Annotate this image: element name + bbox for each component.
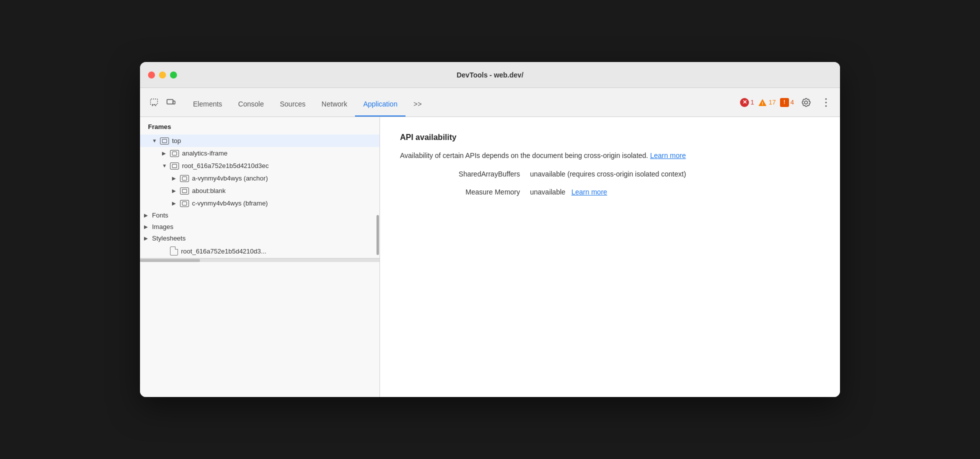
sidebar-item-analytics-iframe[interactable]: ▶ analytics-iframe — [140, 147, 380, 160]
api-description: Availability of certain APIs depends on … — [400, 150, 820, 162]
sidebar-item-stylesheets[interactable]: ▶ Stylesheets — [140, 232, 380, 244]
tab-sources[interactable]: Sources — [272, 92, 314, 116]
sidebar-item-a-anchor[interactable]: ▶ a-vynmy4vb4wys (anchor) — [140, 172, 380, 184]
scrollbar-thumb — [140, 259, 200, 262]
devtools-window: DevTools - web.dev/ Elements — [140, 62, 840, 397]
measure-memory-value: unavailable Learn more — [530, 188, 607, 196]
close-button[interactable] — [148, 72, 155, 78]
frame-icon — [170, 150, 179, 157]
api-section-title: API availability — [400, 133, 820, 142]
toolbar-icons — [146, 94, 179, 110]
sidebar-item-fonts[interactable]: ▶ Fonts — [140, 210, 380, 221]
tab-network[interactable]: Network — [314, 92, 355, 116]
arrow-collapsed-icon: ▶ — [172, 200, 180, 206]
frame-icon — [180, 188, 189, 194]
scrollbar-thumb — [376, 215, 379, 255]
toolbar-right: ✕ 1 ! 17 ! 4 — [740, 94, 834, 110]
main-content: Frames ▼ top ▶ analytics-iframe ▼ root_6… — [140, 117, 840, 397]
frames-header: Frames — [140, 117, 380, 134]
sidebar-item-about-blank[interactable]: ▶ about:blank — [140, 184, 380, 197]
maximize-button[interactable] — [170, 72, 177, 78]
measure-memory-label: Measure Memory — [400, 188, 530, 196]
svg-point-7 — [826, 105, 827, 106]
sidebar-item-c-bframe[interactable]: ▶ c-vynmy4vb4wys (bframe) — [140, 197, 380, 210]
frame-icon — [160, 138, 169, 144]
error-badge[interactable]: ✕ 1 — [740, 98, 754, 107]
svg-rect-2 — [173, 101, 175, 104]
svg-rect-1 — [167, 100, 173, 104]
tab-bar: Elements Console Sources Network Applica… — [185, 88, 738, 116]
horizontal-scrollbar[interactable] — [140, 258, 380, 262]
shared-array-buffers-row: SharedArrayBuffers unavailable (requires… — [400, 170, 820, 178]
tab-application[interactable]: Application — [355, 92, 406, 116]
arrow-collapsed-icon: ▶ — [172, 188, 180, 194]
window-controls — [148, 72, 177, 78]
toolbar: Elements Console Sources Network Applica… — [140, 88, 840, 117]
measure-memory-row: Measure Memory unavailable Learn more — [400, 188, 820, 196]
more-options-icon[interactable] — [818, 94, 834, 110]
arrow-collapsed-icon: ▶ — [172, 176, 180, 181]
measure-memory-learn-more-link[interactable]: Learn more — [572, 188, 608, 196]
sidebar-item-top[interactable]: ▼ top — [140, 134, 380, 147]
frame-icon — [170, 162, 179, 170]
info-icon: ! — [780, 98, 789, 107]
responsive-icon[interactable] — [163, 94, 179, 110]
inspect-icon[interactable] — [146, 94, 162, 110]
api-availability-section: API availability Availability of certain… — [400, 133, 820, 218]
svg-text:!: ! — [762, 101, 764, 106]
arrow-collapsed-icon: ▶ — [162, 150, 170, 156]
arrow-collapsed-icon: ▶ — [144, 236, 152, 241]
frame-icon — [180, 200, 189, 207]
shared-array-buffers-value: unavailable (requires cross-origin isola… — [530, 170, 686, 178]
sidebar: Frames ▼ top ▶ analytics-iframe ▼ root_6… — [140, 117, 380, 397]
titlebar: DevTools - web.dev/ — [140, 62, 840, 88]
frame-icon — [180, 175, 189, 182]
warning-badge[interactable]: ! 17 — [758, 98, 776, 106]
arrow-collapsed-icon: ▶ — [144, 224, 152, 230]
minimize-button[interactable] — [159, 72, 166, 78]
panel-inner: API availability Availability of certain… — [380, 117, 840, 246]
svg-point-5 — [826, 98, 827, 100]
arrow-collapsed-icon: ▶ — [144, 212, 152, 218]
warning-icon: ! — [758, 98, 767, 106]
api-table: SharedArrayBuffers unavailable (requires… — [400, 170, 820, 196]
settings-icon[interactable] — [798, 94, 814, 110]
main-panel: API availability Availability of certain… — [380, 117, 840, 397]
sidebar-item-root-frame[interactable]: ▼ root_616a752e1b5d4210d3ec — [140, 160, 380, 172]
window-title: DevTools - web.dev/ — [456, 71, 524, 79]
sidebar-item-images[interactable]: ▶ Images — [140, 221, 380, 232]
tab-elements[interactable]: Elements — [185, 92, 230, 116]
sidebar-item-root-file[interactable]: root_616a752e1b5d4210d3... — [140, 244, 380, 258]
file-icon — [170, 246, 178, 256]
learn-more-link[interactable]: Learn more — [650, 152, 686, 160]
tab-more[interactable]: >> — [406, 92, 430, 116]
svg-point-6 — [826, 102, 827, 103]
vertical-scrollbar[interactable] — [376, 117, 380, 397]
svg-rect-0 — [150, 99, 158, 104]
tab-console[interactable]: Console — [230, 92, 272, 116]
shared-array-buffers-label: SharedArrayBuffers — [400, 170, 530, 178]
arrow-icon: ▼ — [152, 138, 160, 144]
arrow-icon: ▼ — [162, 163, 170, 168]
error-icon: ✕ — [740, 98, 749, 107]
info-badge[interactable]: ! 4 — [780, 98, 794, 107]
